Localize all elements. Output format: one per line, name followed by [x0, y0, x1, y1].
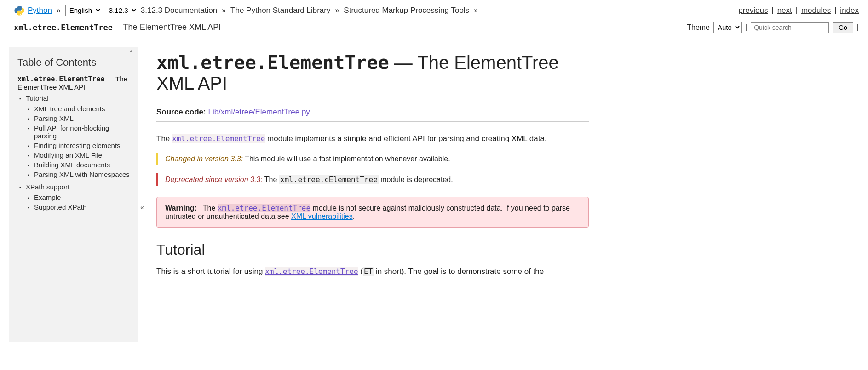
toc-subitem[interactable]: XML tree and elements [34, 104, 130, 114]
toc-subitem[interactable]: Parsing XML [34, 114, 130, 123]
breadcrumb-stdlib[interactable]: The Python Standard Library [230, 6, 330, 15]
toc-item-tutorial[interactable]: Tutorial XML tree and elements Parsing X… [26, 93, 130, 182]
tutorial-intro-paragraph: This is a short tutorial for using xml.e… [156, 266, 589, 278]
breadcrumb-markup[interactable]: Structured Markup Processing Tools [344, 6, 469, 15]
page-subtitle: — The ElementTree XML API [113, 23, 221, 32]
theme-select[interactable]: Auto [713, 22, 742, 33]
toc-subitem[interactable]: Pull API for non-blocking parsing [34, 123, 130, 141]
nav-next[interactable]: next [777, 6, 792, 15]
page-module-name: xml.etree.ElementTree [14, 23, 113, 32]
nav-index[interactable]: index [840, 6, 859, 15]
separator: » [57, 6, 61, 15]
nav-modules[interactable]: modules [801, 6, 831, 15]
python-home-link[interactable]: Python [28, 6, 52, 15]
changed-notice: Changed in version 3.3: This module will… [156, 153, 589, 165]
source-code-line: Source code: Lib/xml/etree/ElementTree.p… [156, 108, 589, 117]
deprecated-module-code: xml.etree.cElementTree [279, 175, 379, 184]
search-go-button[interactable]: Go [833, 22, 853, 33]
toc-subitem[interactable]: Supported XPath [34, 202, 130, 212]
divider [156, 121, 589, 122]
breadcrumb-docs[interactable]: 3.12.3 Documentation [141, 6, 217, 15]
top-navigation: Python » English 3.12.3 3.12.3 Documenta… [0, 0, 868, 19]
toc-item-xpath[interactable]: XPath support Example Supported XPath [26, 182, 130, 215]
toc-heading: Table of Contents [17, 57, 130, 68]
toc-subitem[interactable]: Finding interesting elements [34, 141, 130, 150]
tutorial-heading: Tutorial [156, 241, 589, 258]
nav-previous[interactable]: previous [738, 6, 768, 15]
top-right-nav: previous | next | modules | index [738, 6, 859, 15]
main-content: xml.etree.ElementTree — The ElementTree … [138, 38, 607, 342]
language-select[interactable]: English [65, 5, 102, 16]
intro-paragraph: The xml.etree.ElementTree module impleme… [156, 133, 589, 145]
toc-subitem[interactable]: Modifying an XML File [34, 150, 130, 160]
deprecated-notice: Deprecated since version 3.3: The xml.et… [156, 173, 589, 186]
toc-root-module[interactable]: xml.etree.ElementTree [17, 75, 105, 83]
sidebar-toc[interactable]: Table of Contents xml.etree.ElementTree … [9, 47, 138, 342]
version-select[interactable]: 3.12.3 [105, 5, 138, 16]
toc-subitem[interactable]: Building XML documents [34, 160, 130, 170]
sidebar-collapse-icon[interactable]: « [140, 204, 144, 211]
page-title: xml.etree.ElementTree — The ElementTree … [156, 52, 589, 94]
warning-module-link[interactable]: xml.etree.ElementTree [218, 204, 310, 212]
python-logo-icon [14, 5, 25, 16]
module-ref-link[interactable]: xml.etree.ElementTree [172, 134, 265, 143]
search-input[interactable] [751, 22, 829, 33]
xml-vulnerabilities-link[interactable]: XML vulnerabilities [291, 212, 353, 220]
scroll-up-icon[interactable]: ▲ [129, 48, 133, 53]
warning-box: Warning: The xml.etree.ElementTree modul… [156, 197, 589, 228]
tutorial-module-link[interactable]: xml.etree.ElementTree [265, 267, 358, 276]
source-code-link[interactable]: Lib/xml/etree/ElementTree.py [208, 108, 310, 116]
toc-subitem[interactable]: Example [34, 193, 130, 202]
toc-subitem[interactable]: Parsing XML with Namespaces [34, 170, 130, 179]
et-abbrev-code: ET [363, 267, 374, 276]
sub-navigation: xml.etree.ElementTree — The ElementTree … [0, 19, 868, 38]
theme-label: Theme [687, 23, 710, 32]
